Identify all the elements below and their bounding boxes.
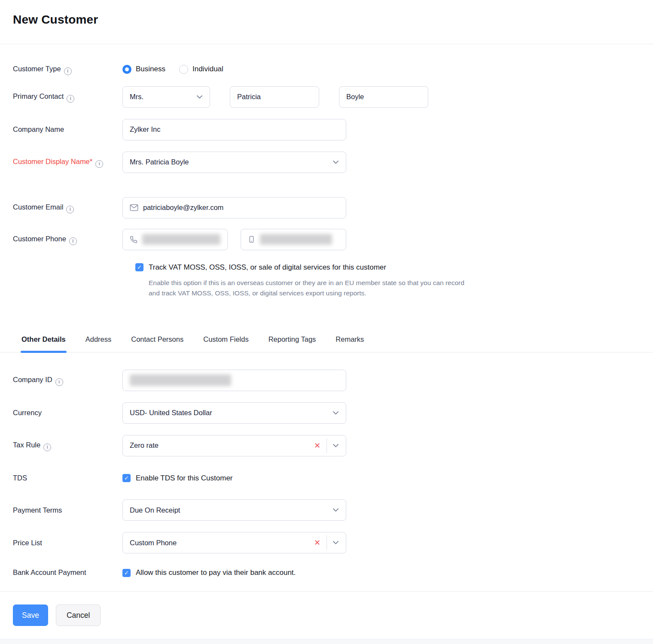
tab-reporting-tags[interactable]: Reporting Tags <box>269 335 316 352</box>
chevron-down-icon <box>333 508 339 512</box>
payment-terms-row: Payment Terms Due On Receipt <box>0 499 653 521</box>
radio-unselected-icon[interactable] <box>179 65 188 74</box>
vat-tracking-checkbox-row[interactable]: ✓ Track VAT MOSS, OSS, IOSS, or sale of … <box>135 263 653 272</box>
company-name-input[interactable]: Zylker Inc <box>122 119 346 140</box>
radio-business[interactable]: Business <box>122 65 165 74</box>
mobile-phone-redacted-value <box>260 234 332 245</box>
info-icon[interactable]: i <box>43 444 51 451</box>
payment-terms-select[interactable]: Due On Receipt <box>122 499 346 521</box>
last-name-input[interactable]: Boyle <box>339 86 428 108</box>
company-id-control <box>122 370 346 391</box>
company-name-row: Company Name Zylker Inc <box>0 119 653 140</box>
checkbox-checked-icon[interactable]: ✓ <box>122 569 131 577</box>
mobile-icon <box>248 235 255 243</box>
customer-email-input[interactable]: patriciaboyle@zylker.com <box>122 197 346 219</box>
company-id-redacted-value <box>130 374 231 386</box>
display-name-row: Customer Display Name*i Mrs. Patricia Bo… <box>0 152 653 173</box>
tab-custom-fields[interactable]: Custom Fields <box>203 335 248 352</box>
info-icon[interactable]: i <box>64 67 72 75</box>
customer-phone-fields <box>122 229 346 250</box>
bank-account-payment-label: Bank Account Payment <box>0 567 122 578</box>
select-divider <box>326 438 327 453</box>
bank-account-payment-checkbox-row[interactable]: ✓ Allow this customer to pay via their b… <box>122 568 296 577</box>
customer-email-label: Customer Emaili <box>0 202 122 213</box>
save-button[interactable]: Save <box>13 605 48 626</box>
radio-individual-label: Individual <box>192 65 223 73</box>
checkbox-checked-icon[interactable]: ✓ <box>122 474 131 482</box>
vat-tracking-help-text: Enable this option if this is an oversea… <box>149 278 471 298</box>
primary-contact-label: Primary Contacti <box>0 91 122 103</box>
salutation-select[interactable]: Mrs. <box>122 86 210 108</box>
company-id-row: Company IDi <box>0 370 653 391</box>
tax-rule-control: Zero rate ✕ <box>122 435 346 456</box>
company-name-control: Zylker Inc <box>122 119 346 140</box>
company-name-label: Company Name <box>0 124 122 135</box>
form-footer: Save Cancel <box>0 591 653 639</box>
customer-type-row: Customer Typei Business Individual <box>0 64 653 75</box>
tab-other-details[interactable]: Other Details <box>21 335 66 352</box>
customer-phone-label: Customer Phonei <box>0 234 122 245</box>
tab-address[interactable]: Address <box>85 335 112 352</box>
phone-icon <box>130 236 137 243</box>
chevron-down-icon <box>196 95 203 99</box>
clear-icon[interactable]: ✕ <box>314 441 326 450</box>
clear-icon[interactable]: ✕ <box>314 538 326 547</box>
tax-rule-select[interactable]: Zero rate ✕ <box>122 435 346 456</box>
customer-email-control: patriciaboyle@zylker.com <box>122 197 346 219</box>
other-details-section: Company IDi Currency USD- United States … <box>0 352 653 578</box>
work-phone-input[interactable] <box>122 229 228 250</box>
primary-contact-row: Primary Contacti Mrs. Patricia Boyle <box>0 86 653 108</box>
info-icon[interactable]: i <box>69 237 77 245</box>
chevron-down-icon <box>333 160 339 164</box>
display-name-control: Mrs. Patricia Boyle <box>122 152 346 173</box>
select-divider <box>326 535 327 550</box>
vat-tracking-block: ✓ Track VAT MOSS, OSS, IOSS, or sale of … <box>135 263 653 298</box>
company-id-input[interactable] <box>122 370 346 391</box>
vat-tracking-checkbox-label: Track VAT MOSS, OSS, IOSS, or sale of di… <box>149 263 386 272</box>
checkbox-checked-icon[interactable]: ✓ <box>135 263 143 271</box>
bank-account-payment-row: Bank Account Payment ✓ Allow this custom… <box>0 567 653 578</box>
currency-select[interactable]: USD- United States Dollar <box>122 402 346 424</box>
mobile-phone-input[interactable] <box>241 229 346 250</box>
customer-type-options: Business Individual <box>122 65 231 74</box>
primary-contact-fields: Mrs. Patricia Boyle <box>122 86 428 108</box>
info-icon[interactable]: i <box>95 160 103 168</box>
new-customer-form: Customer Typei Business Individual Prima… <box>0 44 653 591</box>
chevron-down-icon <box>333 444 339 448</box>
payment-terms-control: Due On Receipt <box>122 499 346 521</box>
radio-selected-icon[interactable] <box>122 65 131 74</box>
price-list-row: Price List Custom Phone ✕ <box>0 532 653 553</box>
company-id-label: Company IDi <box>0 374 122 386</box>
price-list-label: Price List <box>0 538 122 549</box>
detail-tabs: Other Details Address Contact Persons Cu… <box>0 332 653 352</box>
price-list-select[interactable]: Custom Phone ✕ <box>122 532 346 553</box>
info-icon[interactable]: i <box>66 206 74 213</box>
first-name-input[interactable]: Patricia <box>230 86 319 108</box>
bottom-strip <box>0 639 653 644</box>
info-icon[interactable]: i <box>67 95 74 103</box>
tds-row: TDS ✓ Enable TDS for this Customer <box>0 473 653 484</box>
radio-business-label: Business <box>136 65 165 73</box>
tds-checkbox-label: Enable TDS for this Customer <box>136 474 233 483</box>
page-header: New Customer <box>0 0 653 44</box>
work-phone-redacted-value <box>142 234 220 245</box>
customer-type-label: Customer Typei <box>0 64 122 75</box>
chevron-down-icon <box>333 541 339 545</box>
currency-row: Currency USD- United States Dollar <box>0 402 653 424</box>
radio-individual[interactable]: Individual <box>179 65 223 74</box>
mail-icon <box>130 204 138 211</box>
tab-contact-persons[interactable]: Contact Persons <box>131 335 183 352</box>
payment-terms-label: Payment Terms <box>0 505 122 516</box>
tax-rule-row: Tax Rulei Zero rate ✕ <box>0 435 653 456</box>
page-title: New Customer <box>13 13 653 27</box>
price-list-control: Custom Phone ✕ <box>122 532 346 553</box>
display-name-select[interactable]: Mrs. Patricia Boyle <box>122 152 346 173</box>
tds-checkbox-row[interactable]: ✓ Enable TDS for this Customer <box>122 474 233 483</box>
tab-remarks[interactable]: Remarks <box>336 335 364 352</box>
cancel-button[interactable]: Cancel <box>56 605 101 626</box>
tds-label: TDS <box>0 473 122 484</box>
currency-control: USD- United States Dollar <box>122 402 346 424</box>
tax-rule-label: Tax Rulei <box>0 440 122 451</box>
display-name-label: Customer Display Name*i <box>0 156 122 168</box>
info-icon[interactable]: i <box>55 378 63 386</box>
